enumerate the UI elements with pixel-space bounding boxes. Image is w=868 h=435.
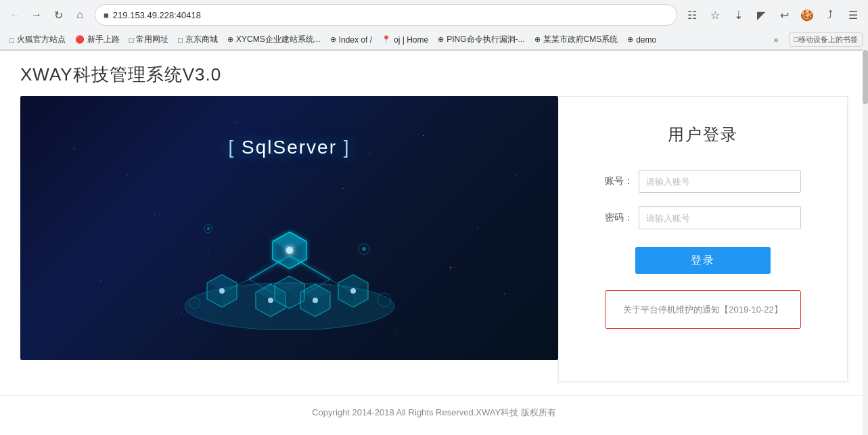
bookmark-ping-icon: ⊕ <box>438 35 444 44</box>
nav-buttons: ← → ↻ ⌂ <box>5 5 89 24</box>
bookmark-newhand[interactable]: 🔴 新手上路 <box>71 32 124 47</box>
bookmark-oj-label: oj | Home <box>394 35 428 45</box>
svg-point-22 <box>268 298 273 303</box>
bookmark-newhand-label: 新手上路 <box>87 34 120 45</box>
bookmark-gov-label: 某某市政府CMS系统 <box>543 34 618 45</box>
password-input[interactable] <box>639 206 801 229</box>
bookmark-ping[interactable]: ⊕ PING命令执行漏洞-... <box>434 32 528 47</box>
address-bar[interactable]: ■ 219.153.49.228:40418 <box>95 4 677 26</box>
notice-text: 关于平台停机维护的通知【2019-10-22】 <box>623 304 783 315</box>
svg-point-31 <box>313 298 318 303</box>
bookmark-newhand-icon: 🔴 <box>75 35 85 44</box>
hero-image: [ SqlServer ] <box>20 96 558 360</box>
forward-button[interactable]: → <box>27 5 46 24</box>
password-row: 密码： <box>605 206 801 229</box>
cubes-svg <box>168 175 411 330</box>
svg-point-40 <box>362 247 366 251</box>
page-content: XWAY科技管理系统V3.0 [ SqlServer ] <box>0 51 868 430</box>
bookmark-xycms[interactable]: ⊕ XYCMS企业建站系统... <box>223 32 325 47</box>
bookmark-index[interactable]: ⊕ Index of / <box>326 34 376 46</box>
bookmark-common-icon: □ <box>129 36 134 44</box>
bookmark-demo-icon: ⊕ <box>627 35 633 44</box>
bookmark-foxfire-label: 火狐官方站点 <box>17 34 66 45</box>
bracket-left: [ <box>228 137 242 158</box>
scrollbar-area <box>863 0 868 435</box>
bookmark-index-icon: ⊕ <box>330 35 336 44</box>
notice-box: 关于平台停机维护的通知【2019-10-22】 <box>605 290 801 329</box>
login-button[interactable]: 登录 <box>635 247 771 274</box>
mobile-bookmarks-button[interactable]: □移动设备上的书签 <box>789 32 863 47</box>
cubes-area <box>168 175 411 333</box>
cookie-icon[interactable]: 🍪 <box>798 5 817 24</box>
share-icon[interactable]: ⤴ <box>821 5 840 24</box>
back-button[interactable]: ← <box>5 5 24 24</box>
main-area: [ SqlServer ] <box>0 96 868 382</box>
bookmark-ping-label: PING命令执行漏洞-... <box>447 34 524 45</box>
password-label: 密码： <box>605 212 633 224</box>
menu-icon[interactable]: ☰ <box>844 5 863 24</box>
download-icon[interactable]: ⇣ <box>729 5 748 24</box>
bookmark-foxfire-icon: □ <box>9 36 14 44</box>
bookmarks-bar: □ 火狐官方站点 🔴 新手上路 □ 常用网址 □ 京东商城 ⊕ XYCMS企业建… <box>0 30 868 50</box>
browser-toolbar: ← → ↻ ⌂ ■ 219.153.49.228:40418 ☷ ☆ ⇣ ◤ ↩… <box>0 0 868 30</box>
username-label: 账号： <box>605 175 633 187</box>
bookmark-common[interactable]: □ 常用网址 <box>125 32 173 47</box>
bookmark-jd[interactable]: □ 京东商城 <box>174 32 222 47</box>
bookmark-index-label: Index of / <box>339 35 372 45</box>
bookmark-demo[interactable]: ⊕ demo <box>623 34 660 46</box>
address-highlight: 219.153.49.228 <box>113 10 174 20</box>
bookmark-common-label: 常用网址 <box>136 34 168 45</box>
bookmark-xycms-label: XYCMS企业建站系统... <box>236 34 321 45</box>
lock-icon: ■ <box>104 10 109 20</box>
svg-point-38 <box>207 227 210 230</box>
address-port: :40418 <box>174 10 201 20</box>
svg-point-12 <box>286 247 293 254</box>
sqlserver-text: SqlServer <box>242 137 337 158</box>
bookmark-more: » □移动设备上的书签 <box>774 32 863 47</box>
undo-icon[interactable]: ↩ <box>775 5 794 24</box>
bookmark-oj[interactable]: 📍 oj | Home <box>378 34 432 46</box>
bookmark-jd-label: 京东商城 <box>185 34 218 45</box>
page-title-bar: XWAY科技管理系统V3.0 <box>0 51 868 96</box>
bookmark-more-button[interactable]: » <box>774 35 779 45</box>
bookmark-jd-icon: □ <box>178 36 183 44</box>
apps-icon[interactable]: ☷ <box>683 5 702 24</box>
svg-point-36 <box>350 288 356 294</box>
address-text: 219.153.49.228:40418 <box>113 10 668 20</box>
username-input[interactable] <box>639 170 801 193</box>
bookmark-foxfire[interactable]: □ 火狐官方站点 <box>5 32 70 47</box>
browser-chrome: ← → ↻ ⌂ ■ 219.153.49.228:40418 ☷ ☆ ⇣ ◤ ↩… <box>0 0 868 51</box>
bracket-right: ] <box>337 137 350 158</box>
login-panel: 用户登录 账号： 密码： 登录 关于平台停机维护的通知【2019-10-22】 <box>558 96 848 382</box>
page-footer: Copyright 2014-2018 All Rights Reserved.… <box>0 395 868 430</box>
bookmark-demo-label: demo <box>636 35 656 45</box>
sqlserver-label: [ SqlServer ] <box>228 137 350 158</box>
toolbar-icons: ☷ ☆ ⇣ ◤ ↩ 🍪 ⤴ ☰ <box>683 5 863 24</box>
svg-point-17 <box>219 288 225 294</box>
scrollbar-thumb[interactable] <box>863 50 868 104</box>
reload-button[interactable]: ↻ <box>49 5 68 24</box>
bookmark-xycms-icon: ⊕ <box>227 35 233 44</box>
page-title: XWAY科技管理系统V3.0 <box>20 63 848 87</box>
screenshot-icon[interactable]: ◤ <box>752 5 771 24</box>
bookmark-oj-icon: 📍 <box>382 35 391 44</box>
login-title: 用户登录 <box>668 124 738 145</box>
bookmark-gov[interactable]: ⊕ 某某市政府CMS系统 <box>530 32 622 47</box>
username-row: 账号： <box>605 170 801 193</box>
bookmark-gov-icon: ⊕ <box>534 35 541 44</box>
bookmark-star-icon[interactable]: ☆ <box>706 5 725 24</box>
home-button[interactable]: ⌂ <box>70 5 89 24</box>
